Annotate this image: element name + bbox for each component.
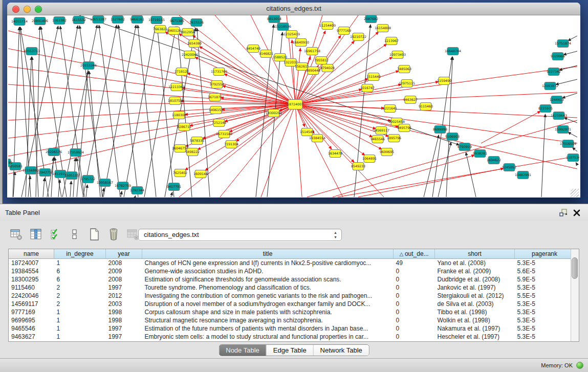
network-edge[interactable] [572,147,577,151]
table-cell[interactable]: 9463627 [9,333,54,341]
table-cell[interactable]: Genome-wide association studies in ADHD. [142,267,394,275]
table-cell[interactable]: 14569117 [9,300,54,308]
network-edge[interactable] [354,25,371,197]
network-node[interactable]: 8912954 [181,29,195,36]
network-edge[interactable] [118,25,138,197]
table-cell[interactable]: 5.9E-5 [515,275,575,283]
tab-network-table[interactable]: Network Table [314,345,369,356]
network-node[interactable]: 7663822 [153,26,167,33]
network-node[interactable]: 9671385 [170,17,184,25]
network-node[interactable]: 1515440 [366,73,381,81]
network-node[interactable]: 1634478 [328,150,342,158]
network-edge[interactable] [358,168,504,197]
table-cell[interactable]: 9777169 [9,308,54,316]
network-node[interactable]: 20153346 [80,62,97,70]
network-node[interactable]: 16782759 [115,182,131,190]
table-cell[interactable]: 5.5E-5 [515,292,575,300]
table-cell[interactable]: 0 [394,283,435,292]
table-cell[interactable]: 2008 [106,259,142,268]
network-node[interactable]: 9146821 [259,50,273,58]
network-node[interactable]: 17016504 [560,140,576,148]
network-edge[interactable] [171,192,172,197]
network-node[interactable]: 9777169 [337,27,351,35]
network-node[interactable]: 1016747 [360,84,375,92]
network-node[interactable]: 1159490 [437,77,451,85]
table-cell[interactable]: 0 [394,292,435,300]
network-node[interactable]: 12975115 [399,80,415,87]
column-header-title[interactable]: title [142,249,394,259]
network-node[interactable]: 10958167 [97,179,113,187]
table-cell[interactable]: 5.6E-5 [515,267,575,275]
table-cell[interactable]: 1 [54,316,106,324]
network-node[interactable]: 9115460 [419,103,433,111]
table-cell[interactable]: 1 [54,324,106,333]
network-node[interactable]: 1292344 [130,187,144,194]
network-node[interactable]: 1213967 [384,37,399,45]
table-cell[interactable]: Tibbo et al. (1998) [435,308,515,316]
network-edge[interactable] [563,51,577,55]
network-node[interactable]: 1064891 [362,155,377,163]
network-edge[interactable] [26,57,32,197]
table-cell[interactable]: 2003 [106,300,142,308]
table-cell[interactable]: 1997 [106,333,142,341]
table-cell[interactable]: 5.3E-5 [515,324,575,333]
network-node[interactable]: 10973493 [389,51,406,59]
table-cell[interactable]: Disruption of a novel member of a sodium… [142,300,394,308]
network-node[interactable]: 7252148 [212,119,226,127]
table-cell[interactable]: 2012 [106,292,142,300]
network-edge[interactable] [568,132,577,137]
window-resize-grip-icon[interactable] [571,189,579,197]
column-header-year[interactable]: year [106,249,142,259]
column-header-pagerank[interactable]: pagerank [515,249,575,259]
table-row[interactable]: 946362711997Embryonic stem cells: a mode… [9,333,575,341]
table-cell[interactable]: Tourette syndrome. Phenomenology and cla… [142,283,394,292]
table-cell[interactable]: 2 [54,283,106,292]
column-visibility-icon[interactable] [28,226,44,243]
table-cell[interactable]: 1998 [106,316,142,324]
table-cell[interactable]: 6 [54,275,106,283]
network-node[interactable]: 1221641 [383,105,397,113]
network-node[interactable]: 16731588 [216,130,232,138]
table-cell[interactable]: 49 [394,259,435,268]
network-node[interactable]: 15992971 [555,126,571,134]
network-node[interactable]: 16210643 [551,112,567,120]
network-node[interactable]: 9794028 [320,64,335,72]
network-node[interactable]: 2718120 [175,68,189,76]
network-node[interactable]: 1505135 [64,172,79,180]
table-cell[interactable]: 0 [394,316,435,324]
table-cell[interactable]: Dudbridge et al. (2008) [435,275,515,283]
network-edge[interactable] [121,191,122,197]
network-node[interactable]: 12093872 [542,82,558,90]
delete-column-icon[interactable] [105,226,122,243]
network-node[interactable]: 1810755 [168,97,182,105]
table-cell[interactable]: Estimation of the future numbers of pati… [142,324,394,333]
column-header-in_degree[interactable]: in_degree [54,249,106,259]
table-cell[interactable]: 18724007 [9,259,54,268]
network-edge[interactable] [182,88,295,104]
table-cell[interactable]: 6 [54,267,106,275]
table-cell[interactable]: Embryonic stem cells: a model to study s… [142,333,394,341]
network-edge[interactable] [124,26,156,197]
table-cell[interactable]: de Silva et al. (2003) [435,300,515,308]
network-node[interactable]: 16648784 [445,48,461,55]
network-node[interactable]: 1609144 [193,170,208,178]
network-node[interactable]: 17359924 [68,149,84,157]
network-node[interactable]: 7191304 [224,141,238,148]
table-row[interactable]: 1938455462009Genome-wide association stu… [9,267,575,275]
network-edge[interactable] [541,114,545,197]
network-node[interactable]: 1244413 [550,96,564,104]
network-edge[interactable] [576,163,577,165]
network-edge[interactable] [99,25,120,197]
table-scrollbar[interactable] [571,249,579,341]
network-node[interactable]: 9227342 [547,68,561,76]
table-cell[interactable]: 5.3E-5 [515,316,575,324]
table-cell[interactable]: 9699695 [9,316,54,324]
network-node[interactable]: 15218596 [275,23,291,31]
scrollbar-thumb[interactable] [572,257,578,279]
table-cell[interactable]: 1 [54,259,106,268]
network-node[interactable]: 9457791 [167,183,181,191]
table-cell[interactable]: Corpus callosum shape and size in male p… [142,308,394,316]
table-cell[interactable]: 0 [394,308,435,316]
network-edge[interactable] [62,25,97,197]
network-edge[interactable] [8,102,295,104]
